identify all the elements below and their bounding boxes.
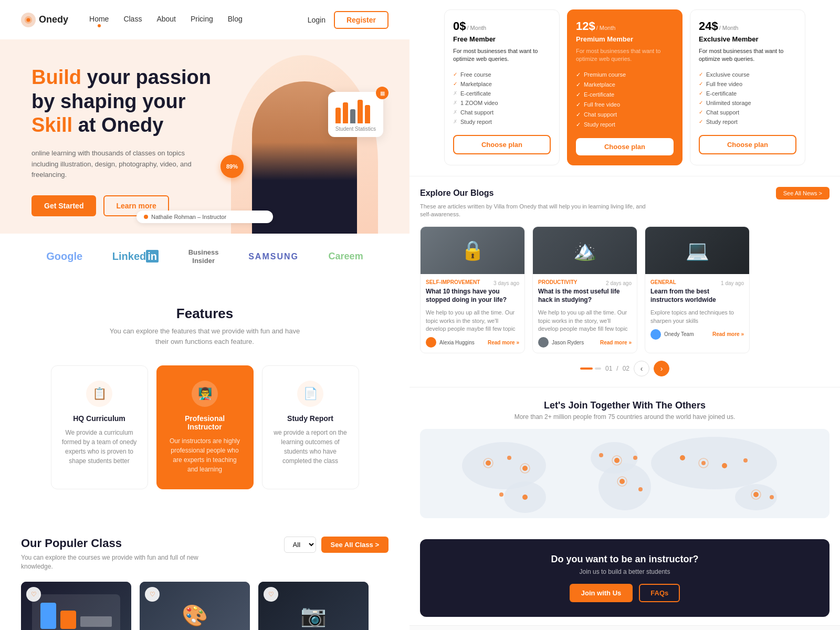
svg-point-3	[462, 442, 546, 489]
nav-class[interactable]: Class	[123, 15, 142, 25]
svg-point-14	[599, 453, 603, 457]
blog-body-1: Self-Improvement 3 days ago What 10 thin…	[421, 274, 524, 353]
see-all-blogs-button[interactable]: See All News >	[776, 187, 830, 200]
blog-cat-1: Self-Improvement	[426, 279, 480, 285]
hero-title-build: Build	[32, 66, 81, 88]
nav-pricing[interactable]: Pricing	[191, 15, 213, 25]
svg-point-22	[743, 458, 748, 463]
author-name-2: Jason Ryders	[552, 340, 584, 345]
read-more-2[interactable]: Read more »	[600, 340, 632, 345]
plan-desc-premium: For most businesses that want to optimiz…	[576, 47, 674, 64]
hero-title: Build your passion by shaping your Skill…	[32, 66, 231, 138]
bar-3	[350, 109, 355, 124]
blogs-header: Explore Our Blogs See All News >	[420, 187, 830, 200]
choose-plan-exclusive[interactable]: Choose plan	[699, 135, 796, 154]
author-name-3: Onedy Team	[664, 331, 694, 337]
partner-samsung: SAMSUNG	[248, 252, 299, 261]
partners-section: Google Linkedin BusinessInsider SAMSUNG …	[0, 234, 410, 279]
author-avatar-2	[538, 337, 549, 348]
hero-desc: online learning with thousands of classe…	[32, 148, 210, 181]
classes-grid: ♡ UI/UX ♡	[21, 582, 388, 630]
svg-point-13	[522, 495, 528, 500]
logo-text: Onedy	[39, 14, 68, 25]
price-free: 0$	[453, 19, 466, 33]
login-button[interactable]: Login	[308, 16, 326, 24]
blogs-title: Explore Our Blogs	[420, 188, 494, 198]
svg-point-16	[633, 456, 637, 460]
classes-header: Our Populer Class You can explore the co…	[21, 537, 388, 571]
popular-classes-section: Our Populer Class You can explore the co…	[0, 516, 410, 630]
plan-features-free: ✓Free course ✓Marketplace ✗E-certificate…	[453, 70, 551, 127]
progress-badge: 89%	[220, 155, 244, 178]
choose-plan-free[interactable]: Choose plan	[453, 135, 551, 154]
cta-join-button[interactable]: Join with Us	[570, 584, 633, 602]
plan-features-premium: ✓Premium course ✓Marketplace ✓E-certific…	[576, 70, 674, 130]
page-dots	[580, 368, 601, 370]
choose-plan-premium[interactable]: Choose plan	[576, 138, 674, 155]
instructor-cta: Do you want to be an instructor? Join us…	[420, 539, 830, 617]
pagination: 01 / 02 ‹ ›	[420, 361, 830, 376]
svg-point-21	[722, 463, 727, 468]
bar-4	[358, 100, 363, 123]
register-button[interactable]: Register	[334, 11, 388, 29]
class-heart-illustration[interactable]: ♡	[145, 587, 160, 602]
cta-buttons: Join with Us FAQs	[435, 584, 815, 602]
feature-instructor-desc: Our instructors are highly professional …	[167, 436, 243, 474]
classes-desc: You can explore the courses we provide w…	[21, 553, 220, 571]
author-avatar-1	[426, 337, 436, 348]
page-dot-2	[595, 368, 601, 370]
nav-blog[interactable]: Blog	[228, 15, 243, 25]
bar-5	[365, 105, 370, 123]
feature-instructor-name: Profesional Instructor	[167, 414, 243, 431]
pricing-section: 0$ / Month Free Member For most business…	[410, 0, 840, 176]
logo[interactable]: Onedy	[21, 13, 68, 27]
features-desc: You can explore the features that we pro…	[105, 326, 304, 346]
stats-card: Student Statistics ▦	[328, 92, 383, 137]
hero-image-area	[231, 55, 378, 234]
nav-links: Home Class About Pricing Blog	[89, 15, 308, 25]
class-img-illustration: ♡ 🎨 Illustration	[140, 582, 250, 630]
feature-hq: 📋 HQ Curriculum We provide a curriculum …	[51, 365, 148, 489]
plan-name-exclusive: Exclusive Member	[699, 35, 796, 43]
nav-about[interactable]: About	[156, 15, 176, 25]
period-free: / Month	[467, 25, 486, 31]
page-separator: /	[616, 365, 618, 372]
blog-author-3: Onedy Team	[650, 329, 694, 340]
svg-point-19	[680, 455, 685, 460]
blogs-section: Explore Our Blogs See All News > These a…	[410, 176, 840, 387]
class-heart-uiux[interactable]: ♡	[26, 587, 41, 602]
get-started-button[interactable]: Get Started	[32, 195, 96, 216]
class-card-photography: ♡ 📷 Photography	[258, 582, 369, 630]
nav-home[interactable]: Home	[89, 15, 109, 25]
stats-icon: ▦	[376, 87, 388, 99]
blog-body-2: Productivity 2 days ago What is the most…	[533, 274, 637, 353]
navbar: Onedy Home Class About Pricing Blog Logi…	[0, 0, 410, 39]
blog-excerpt-3: Explore topics and techniques to sharpen…	[650, 309, 744, 325]
read-more-1[interactable]: Read more »	[488, 340, 519, 345]
class-filter-select[interactable]: All	[284, 537, 316, 553]
svg-point-20	[701, 461, 706, 465]
blog-card-3: 💻 General 1 day ago Learn from the best …	[645, 226, 750, 354]
read-more-3[interactable]: Read more »	[712, 331, 744, 337]
feature-hq-name: HQ Curriculum	[62, 414, 137, 423]
blog-author-2: Jason Ryders	[538, 337, 584, 348]
blog-time-3: 1 day ago	[721, 280, 744, 286]
map-title: Let's Join Together With The Others	[420, 400, 830, 411]
cta-faq-button[interactable]: FAQs	[639, 584, 680, 602]
logo-icon	[21, 13, 36, 27]
class-heart-photography[interactable]: ♡	[264, 587, 278, 602]
plan-features-exclusive: ✓Exclusive course ✓Full free video ✓E-ce…	[699, 70, 796, 127]
bar-2	[343, 102, 348, 123]
page-dot-1	[580, 368, 593, 370]
see-all-classes-button[interactable]: See All Class >	[321, 537, 388, 553]
instructor-dot	[144, 215, 148, 219]
blog-img-3: 💻	[645, 227, 749, 274]
features-title: Features	[21, 306, 388, 322]
feature-report-icon: 📄	[297, 381, 323, 407]
page-next-button[interactable]: ›	[654, 361, 669, 376]
classes-title: Our Populer Class	[21, 537, 220, 550]
bar-1	[335, 108, 341, 123]
blog-body-3: General 1 day ago Learn from the best in…	[645, 274, 749, 345]
partner-linkedin: Linkedin	[112, 250, 159, 262]
page-prev-button[interactable]: ‹	[634, 361, 649, 376]
